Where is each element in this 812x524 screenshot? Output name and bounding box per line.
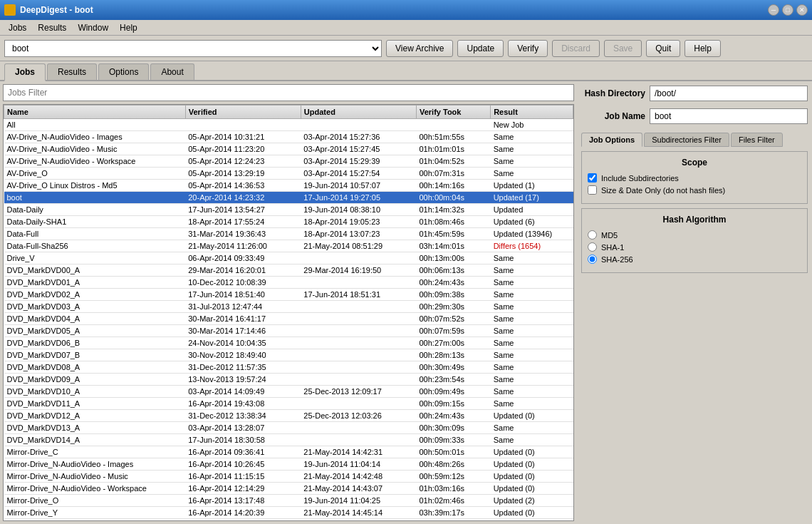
cell-result: Updated (2) (491, 495, 573, 507)
right-tab-subdirectories[interactable]: Subdirectories Filter (644, 133, 729, 147)
table-row[interactable]: Drive_V 06-Apr-2014 09:33:49 00h:13m:00s… (4, 252, 573, 264)
cell-updated: 17-Jun-2014 19:27:05 (301, 192, 416, 204)
table-row[interactable]: Mirror-Drive_O 16-Apr-2014 13:17:48 19-J… (4, 495, 573, 507)
tab-results[interactable]: Results (47, 63, 97, 80)
table-row[interactable]: AV-Drive_N-AudioVideo - Workspace 05-Apr… (4, 155, 573, 168)
radio-sha1[interactable] (588, 242, 597, 252)
include-subdirectories-checkbox[interactable] (588, 173, 597, 183)
radio-sha1-label: SHA-1 (601, 243, 624, 252)
cell-name: DVD_MarkDVD11_A (4, 398, 186, 410)
discard-button[interactable]: Discard (552, 40, 600, 57)
cell-result: Same (491, 143, 573, 155)
update-button[interactable]: Update (457, 40, 504, 57)
app-icon (4, 4, 16, 16)
job-name-label: Job Name (581, 111, 645, 121)
job-name-input[interactable] (650, 108, 808, 124)
table-row[interactable]: Data-Daily-SHA1 18-Apr-2014 17:55:24 18-… (4, 216, 573, 228)
col-header-verified[interactable]: Verified (185, 106, 301, 119)
table-row[interactable]: DVD_MarkDVD00_A 29-Mar-2014 16:20:01 29-… (4, 264, 573, 277)
table-row[interactable]: DVD_MarkDVD10_A 03-Apr-2014 14:09:49 25-… (4, 386, 573, 398)
hash-directory-input[interactable] (650, 86, 808, 101)
table-row[interactable]: DVD_MarkDVD11_A 16-Apr-2014 19:43:08 00h… (4, 398, 573, 410)
table-row[interactable]: Mirror-Drive_C 16-Apr-2014 09:36:41 21-M… (4, 446, 573, 458)
minimize-button[interactable]: ─ (768, 4, 779, 16)
verify-button[interactable]: Verify (508, 40, 548, 57)
table-row[interactable]: DVD_MarkDVD02_A 17-Jun-2014 18:51:40 17-… (4, 289, 573, 301)
tab-jobs[interactable]: Jobs (4, 63, 46, 81)
table-row[interactable]: Mirror-Others-Annual Read Only 16-Apr-20… (4, 519, 573, 522)
quit-button[interactable]: Quit (646, 40, 680, 57)
cell-name: AV-Drive_O Linux Distros - Md5 (4, 180, 186, 192)
job-dropdown[interactable]: boot (4, 40, 382, 57)
title-bar: DeepDigest - boot ─ □ ✕ (0, 0, 812, 20)
table-row[interactable]: DVD_MarkDVD14_A 17-Jun-2014 18:30:58 00h… (4, 434, 573, 446)
table-row[interactable]: AV-Drive_N-AudioVideo - Music 05-Apr-201… (4, 143, 573, 155)
cell-verify-took: 00h:00m:04s (416, 192, 490, 204)
maximize-button[interactable]: □ (782, 4, 793, 16)
table-row[interactable]: DVD_MarkDVD01_A 10-Dec-2012 10:08:39 00h… (4, 277, 573, 289)
radio-md5-label: MD5 (601, 231, 618, 240)
jobs-table-container[interactable]: Name Verified Updated Verify Took Result… (3, 104, 574, 521)
menu-bar: Jobs Results Window Help (0, 20, 812, 36)
save-button[interactable]: Save (604, 40, 642, 57)
table-row[interactable]: Mirror-Drive_N-AudioVideo - Images 16-Ap… (4, 458, 573, 471)
menu-window[interactable]: Window (72, 21, 114, 34)
cell-verify-took: 00h:24m:43s (416, 277, 490, 289)
cell-result: Same (491, 325, 573, 337)
hash-directory-row: Hash Directory (581, 86, 808, 101)
jobs-filter-input[interactable] (3, 84, 574, 101)
tab-options[interactable]: Options (98, 63, 149, 80)
col-header-verify-took[interactable]: Verify Took (416, 106, 490, 119)
help-button[interactable]: Help (685, 40, 721, 57)
menu-jobs[interactable]: Jobs (3, 21, 32, 34)
table-row[interactable]: boot 20-Apr-2014 14:23:32 17-Jun-2014 19… (4, 192, 573, 204)
table-row[interactable]: Data-Full 31-Mar-2014 19:36:43 18-Apr-20… (4, 228, 573, 240)
cell-updated: 21-May-2014 14:45:26 (301, 519, 416, 522)
table-row[interactable]: DVD_MarkDVD08_A 31-Dec-2012 11:57:35 00h… (4, 361, 573, 374)
table-row[interactable]: DVD_MarkDVD05_A 30-Mar-2014 17:14:46 00h… (4, 325, 573, 337)
table-row[interactable]: AV-Drive_O Linux Distros - Md5 05-Apr-20… (4, 180, 573, 192)
table-row[interactable]: DVD_MarkDVD13_A 03-Apr-2014 13:28:07 00h… (4, 422, 573, 434)
table-row[interactable]: AV-Drive_N-AudioVideo - Images 05-Apr-20… (4, 131, 573, 143)
tab-about[interactable]: About (150, 63, 194, 80)
table-row[interactable]: DVD_MarkDVD12_A 31-Dec-2012 13:38:34 25-… (4, 410, 573, 422)
table-row[interactable]: DVD_MarkDVD09_A 13-Nov-2013 19:57:24 00h… (4, 374, 573, 386)
table-row[interactable]: All New Job (4, 119, 573, 131)
cell-verified: 16-Apr-2014 11:15:15 (185, 471, 301, 483)
table-row[interactable]: Data-Full-Sha256 21-May-2014 11:26:00 21… (4, 240, 573, 252)
close-button[interactable]: ✕ (796, 4, 808, 16)
col-header-result[interactable]: Result (491, 106, 573, 119)
menu-results[interactable]: Results (32, 21, 72, 34)
radio-md5[interactable] (588, 230, 597, 240)
cell-verified (185, 119, 301, 131)
right-tab-job-options[interactable]: Job Options (581, 133, 642, 147)
col-header-name[interactable]: Name (4, 106, 186, 119)
table-row[interactable]: Mirror-Drive_N-AudioVideo - Music 16-Apr… (4, 471, 573, 483)
cell-name: AV-Drive_N-AudioVideo - Music (4, 143, 186, 155)
tab-bar: Jobs Results Options About (0, 61, 812, 81)
cell-verify-took: 01h:08m:46s (416, 216, 490, 228)
cell-result: Same (491, 361, 573, 374)
size-date-only-checkbox[interactable] (588, 185, 597, 195)
table-row[interactable]: Mirror-Drive_Y 16-Apr-2014 14:20:39 21-M… (4, 507, 573, 519)
radio-sha256[interactable] (588, 255, 597, 264)
table-row[interactable]: AV-Drive_O 05-Apr-2014 13:29:19 03-Apr-2… (4, 168, 573, 180)
cell-name: Mirror-Drive_C (4, 446, 186, 458)
table-row[interactable]: Mirror-Drive_N-AudioVideo - Workspace 16… (4, 483, 573, 495)
table-row[interactable]: DVD_MarkDVD07_B 30-Nov-2012 18:49:40 00h… (4, 349, 573, 361)
cell-result: Same (491, 264, 573, 277)
menu-help[interactable]: Help (114, 21, 143, 34)
cell-name: Mirror-Drive_N-AudioVideo - Music (4, 471, 186, 483)
table-row[interactable]: DVD_MarkDVD03_A 31-Jul-2013 12:47:44 00h… (4, 301, 573, 313)
cell-result: Updated (0) (491, 483, 573, 495)
table-row[interactable]: DVD_MarkDVD06_B 24-Nov-2014 10:04:35 00h… (4, 337, 573, 349)
cell-verify-took: 00h:30m:49s (416, 361, 490, 374)
table-row[interactable]: Data-Daily 17-Jun-2014 13:54:27 19-Jun-2… (4, 204, 573, 216)
table-row[interactable]: DVD_MarkDVD04_A 30-Mar-2014 16:41:17 00h… (4, 313, 573, 325)
view-archive-button[interactable]: View Archive (386, 40, 453, 57)
cell-updated (301, 337, 416, 349)
cell-name: Mirror-Drive_N-AudioVideo - Workspace (4, 483, 186, 495)
col-header-updated[interactable]: Updated (301, 106, 416, 119)
radio-sha256-row: SHA-256 (588, 255, 801, 264)
right-tab-files[interactable]: Files Filter (731, 133, 783, 147)
